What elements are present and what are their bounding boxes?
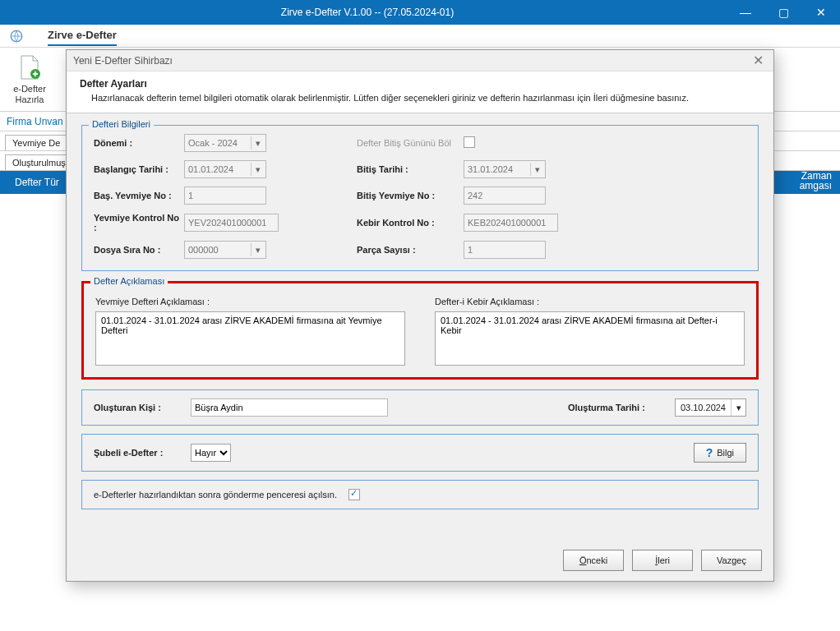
keb-acik-textarea[interactable]: 01.01.2024 - 31.01.2024 arası ZİRVE AKAD… — [435, 311, 745, 366]
subeli-group: Şubeli e-Defter : Hayır ? Bilgi — [81, 434, 759, 472]
minimize-button[interactable]: — — [727, 0, 764, 25]
dosyano-select[interactable]: 000000 ▾ — [184, 241, 266, 259]
donemi-select[interactable]: Ocak - 2024 ▾ — [184, 134, 266, 152]
app-title: Zirve e-Defter — [48, 25, 117, 46]
maximize-button[interactable]: ▢ — [764, 0, 802, 25]
wizard-title-text: Yeni E-Defter Sihirbazı — [73, 55, 749, 67]
wizard-body: Defteri Bilgileri Dönemi : Ocak - 2024 ▾… — [67, 113, 773, 540]
bitisbol-label: Defter Bitiş Gününü Böl — [357, 138, 464, 148]
kebkont-input — [464, 214, 558, 232]
aciklama-title: Defter Açıklaması — [90, 276, 168, 286]
ileri-button[interactable]: İleri — [632, 550, 693, 571]
close-button[interactable]: ✕ — [802, 0, 840, 25]
wizard-header-title: Defter Ayarları — [80, 78, 760, 90]
olusturma-tarihi-field[interactable]: 03.10.2024 ▾ — [675, 398, 746, 417]
wizard-header: Defter Ayarları Hazırlanacak defterin te… — [67, 71, 773, 113]
aciklama-grid: Yevmiye Defteri Açıklaması : Defter-i Ke… — [95, 297, 745, 366]
subeli-label: Şubeli e-Defter : — [94, 448, 182, 458]
donemi-label: Dönemi : — [94, 138, 184, 148]
parca-input — [464, 241, 546, 259]
chevron-down-icon: ▾ — [251, 163, 264, 176]
onceki-suffix: nceki — [586, 555, 607, 565]
yev-acik-label: Yevmiye Defteri Açıklaması : — [95, 297, 405, 306]
sendafter-label: e-Defterler hazırlandıktan sonra gönderm… — [94, 490, 337, 500]
edefter-hazirla-button[interactable]: e-Defter Hazırla — [5, 51, 54, 108]
subeli-select[interactable]: Hayır — [191, 444, 231, 462]
tab-yevmiye[interactable]: Yevmiye De — [5, 135, 67, 150]
olusturma-tarihi-label: Oluşturma Tarihi : — [568, 403, 667, 412]
firm-label: Firma Unvan — [7, 116, 63, 127]
defter-tur-label: Defter Tür — [15, 177, 59, 188]
document-add-icon — [17, 54, 42, 82]
wizard-close-button[interactable]: ✕ — [749, 52, 767, 70]
baslangic-date[interactable]: 01.01.2024 ▾ — [184, 160, 266, 178]
wizard-header-desc: Hazırlanacak defterin temel bilgileri ot… — [80, 93, 760, 103]
dosyano-label: Dosya Sıra No : — [94, 245, 184, 255]
olusturan-input[interactable] — [191, 398, 388, 417]
defteri-bilgileri-title: Defteri Bilgileri — [89, 119, 154, 129]
yev-acik-textarea[interactable]: 01.01.2024 - 31.01.2024 arası ZİRVE AKAD… — [95, 311, 405, 366]
vazgec-button[interactable]: Vazgeç — [701, 550, 762, 571]
title-text: Zirve e-Defter V.1.00 -- (27.05.2024-01) — [8, 7, 727, 18]
creator-group: Oluşturan Kişi : Oluşturma Tarihi : 03.1… — [81, 389, 759, 426]
title-bar: Zirve e-Defter V.1.00 -- (27.05.2024-01)… — [0, 0, 840, 25]
basyev-label: Baş. Yevmiye No : — [94, 191, 184, 200]
chevron-down-icon: ▾ — [530, 163, 543, 176]
app-icon — [8, 28, 25, 44]
onceki-button[interactable]: Önceki — [563, 550, 624, 571]
chevron-down-icon: ▾ — [251, 136, 264, 150]
kebkont-label: Kebir Kontrol No : — [357, 218, 464, 228]
keb-acik-label: Defter-i Kebir Açıklaması : — [435, 297, 745, 306]
tab-olusturulmus[interactable]: Oluşturulmuş — [5, 154, 73, 170]
yevkont-label: Yevmiye Kontrol No : — [94, 213, 184, 233]
cmd-label-line1: e-Defter — [13, 84, 46, 94]
subheader: Zirve e-Defter — [0, 25, 840, 48]
zaman-damgasi-badge: Zaman amgası — [792, 171, 840, 194]
sendafter-checkbox[interactable] — [348, 489, 360, 500]
bitisyev-input — [464, 187, 546, 205]
wizard-footer: Önceki İleri Vazgeç — [67, 540, 773, 581]
ileri-suffix: leri — [658, 555, 670, 565]
wizard-dialog: Yeni E-Defter Sihirbazı ✕ Defter Ayarlar… — [66, 49, 774, 582]
basyev-input — [184, 187, 266, 205]
bilgi-button[interactable]: ? Bilgi — [694, 443, 746, 463]
chevron-down-icon: ▾ — [731, 399, 745, 416]
sendafter-group: e-Defterler hazırlandıktan sonra gönderm… — [81, 480, 759, 509]
yevkont-input — [184, 214, 279, 232]
parca-label: Parça Sayısı : — [357, 245, 464, 255]
bitis-date[interactable]: 31.01.2024 ▾ — [464, 160, 546, 178]
fields-grid: Dönemi : Ocak - 2024 ▾ Defter Bitiş Günü… — [94, 134, 746, 259]
chevron-down-icon: ▾ — [251, 243, 264, 256]
defter-aciklama-group: Defter Açıklaması Yevmiye Defteri Açıkla… — [81, 281, 759, 380]
cmd-label-line2: Hazırla — [16, 94, 44, 104]
question-icon: ? — [706, 446, 713, 459]
olusturan-label: Oluşturan Kişi : — [94, 403, 182, 412]
wizard-titlebar: Yeni E-Defter Sihirbazı ✕ — [67, 50, 773, 71]
baslangic-label: Başlangıç Tarihi : — [94, 164, 184, 174]
bitisyev-label: Bitiş Yevmiye No : — [357, 191, 464, 200]
bitis-label: Bitiş Tarihi : — [357, 164, 464, 174]
bitisbol-checkbox[interactable] — [464, 136, 475, 148]
defteri-bilgileri-group: Defteri Bilgileri Dönemi : Ocak - 2024 ▾… — [81, 125, 759, 271]
